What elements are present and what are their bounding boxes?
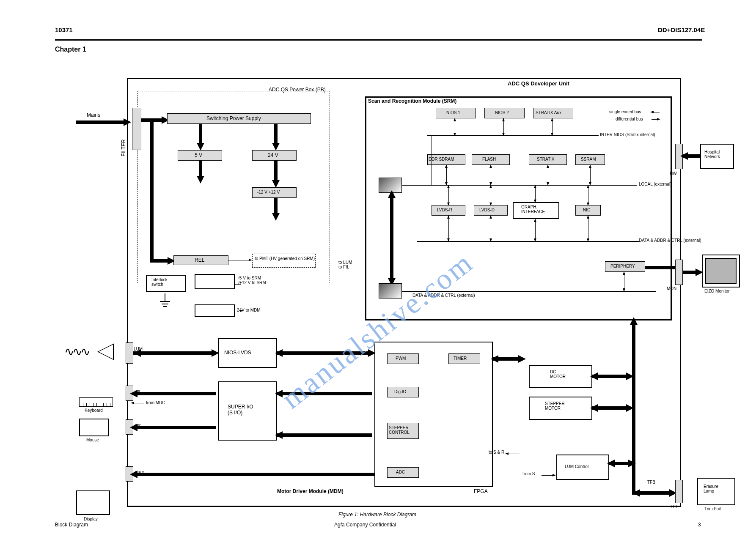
- legend-diff-line: [652, 119, 657, 120]
- monitor-screen: [702, 255, 740, 288]
- super-io-label: SUPER I/O (S I/O): [228, 404, 253, 416]
- sps-to-24v-head: [272, 143, 280, 151]
- to-srm-box: [195, 274, 235, 289]
- rel-label: REL: [195, 257, 204, 263]
- fpga-step-label: STEPPER CONTROL: [389, 425, 410, 435]
- dc-motor-label: DC MOTOR: [550, 370, 566, 379]
- fpga-adc-label: ADC: [396, 470, 405, 474]
- rel-to-pmt-head: [249, 259, 252, 261]
- horn-icon: [97, 343, 114, 360]
- nios-lvds-label: NIOS-LVDS: [224, 350, 251, 356]
- srm-grad-link: [390, 193, 393, 282]
- mouse-icon-box: [79, 419, 109, 436]
- to-mdm-box: [195, 304, 235, 317]
- v24-label: 24 V: [268, 152, 278, 158]
- ms-to-sio-line: [133, 426, 216, 429]
- tfi-connector: [675, 480, 683, 503]
- lum-to-nios-line: [133, 351, 216, 355]
- from-s-label: from S: [522, 471, 535, 476]
- keyboard-label: Keyboard: [85, 408, 103, 413]
- monitor-label: EIZO Monitor: [704, 289, 729, 293]
- mains-label: Mains: [87, 112, 100, 118]
- ddr-label: DDR SDRAM: [429, 157, 454, 162]
- filter-box: [132, 108, 141, 150]
- sps-to-24v-line: [274, 124, 278, 145]
- filter-down-line: [150, 118, 154, 261]
- right-vbus-head-up: [630, 317, 638, 325]
- stepper-label: STEPPER MOTOR: [545, 401, 565, 411]
- erasure-lamp-label: Erasure Lamp: [704, 484, 718, 493]
- filter-label: FILTER: [121, 140, 126, 156]
- pmt-note-label: to PMT (HV generated on SRM): [255, 256, 315, 261]
- developer-unit-title: ADC QS Developer Unit: [508, 80, 569, 87]
- display-icon-box: [76, 490, 110, 515]
- dc-to-bus-line: [592, 375, 630, 378]
- sps-label: Switching Power Supply: [206, 115, 261, 121]
- bus2-label: LOCAL (external): [639, 182, 671, 186]
- legend-single-label: single ended bus: [609, 110, 641, 114]
- footer-page: 3: [698, 522, 701, 528]
- mdm-title: Motor Driver Module (MDM): [277, 488, 344, 494]
- header-right: DD+DIS127.04E: [658, 26, 705, 33]
- mouse-label: Mouse: [86, 438, 99, 442]
- lvdsr-label: LVDS-R: [437, 208, 452, 212]
- bus-local: [402, 185, 637, 186]
- tfi-label: TFI: [671, 504, 677, 509]
- nios-to-fpga-line: [277, 351, 372, 355]
- to-srm-arrow2-line: [235, 284, 241, 285]
- nios1-label: NIOS 1: [446, 110, 460, 115]
- sio-to-fpga-line-2: [277, 433, 372, 437]
- ssram-label: SSRAM: [581, 157, 596, 162]
- to-s-r-label: to S & R: [489, 450, 504, 455]
- v12-down-head: [272, 213, 280, 221]
- kb-from-muc-label: from MUC: [146, 400, 165, 405]
- nios2-label: NIOS 2: [495, 110, 509, 115]
- stratix-label: STRATIX: [537, 157, 554, 162]
- nw-label: NW: [670, 171, 677, 176]
- kb-from-muc-head: [131, 402, 134, 404]
- nw-arrow-head: [680, 152, 688, 160]
- disp-to-fpga-line: [133, 473, 374, 476]
- sps-to-5v-head: [197, 143, 204, 151]
- rel-to-pmt-line: [228, 260, 250, 260]
- erasure-tfb-label: TFB: [647, 480, 655, 485]
- mains-arrow-line: [76, 120, 127, 124]
- footer-doc: Block Diagram: [55, 522, 88, 528]
- periphery-label: PERIPHERY: [610, 264, 635, 268]
- lvdsd-label: LVDS-D: [479, 208, 495, 212]
- mon-label: MON: [667, 286, 676, 291]
- gradient-box-2: [379, 283, 402, 298]
- mon-connector: [675, 260, 683, 285]
- to-srm-label: +5 V to SRM -/+12 V to SRM: [237, 276, 266, 285]
- v12-label: -12 V +12 V: [257, 190, 280, 194]
- kb-to-sio-line: [133, 392, 216, 395]
- step-to-bus-line: [592, 406, 630, 410]
- footer-figure: Figure 1: Hardware Block Diagram: [338, 512, 416, 518]
- to-srm-arrow1-line: [235, 278, 241, 278]
- fpga-label: FPGA: [474, 488, 488, 494]
- sps-to-5v-line: [199, 124, 202, 145]
- to-lum-label: to LUM to FIL: [338, 260, 352, 269]
- erase-arrow-line: [635, 491, 674, 495]
- legend-diff-head: [657, 118, 660, 120]
- srm-title: Scan and Recognition Module (SRM): [368, 98, 456, 104]
- lum-control-label: LUM Control: [565, 464, 588, 469]
- to-mdm-arrow-head: [240, 309, 243, 312]
- legend-single-line: [654, 112, 660, 112]
- header-left: 10371: [55, 26, 73, 33]
- bus3-label: DATA & ADDR & CTRL (external): [639, 238, 701, 243]
- v24-down-line: [274, 161, 278, 182]
- bus-inter-nios: [427, 135, 599, 136]
- header-rule: [55, 39, 702, 41]
- interlock-label: Interlock switch: [151, 277, 168, 287]
- aux-label: STRATIX Aux.: [536, 110, 563, 115]
- keyboard-icon: [79, 397, 113, 407]
- gr-if-label: GRAPH. INTERFACE: [521, 205, 545, 214]
- power-box-label: ADC QS Power Box (PB): [269, 87, 326, 93]
- v5-down-head: [197, 176, 204, 183]
- fpga-pwm-label: PWM: [396, 356, 406, 361]
- flash-label: FLASH: [482, 157, 496, 162]
- lum-connector: [126, 342, 133, 364]
- bus-data4: [402, 291, 656, 292]
- legend-diff-label: differential bus: [616, 117, 643, 121]
